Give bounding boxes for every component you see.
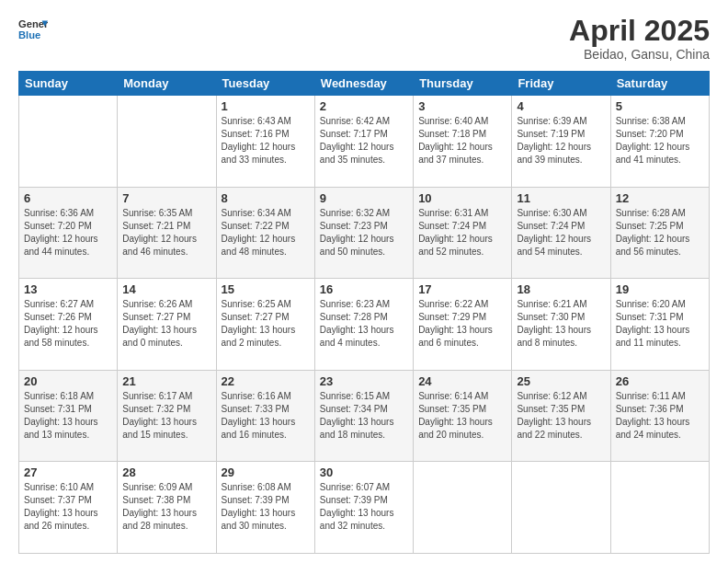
calendar-cell — [414, 462, 512, 554]
day-info: Sunrise: 6:28 AM Sunset: 7:25 PM Dayligh… — [616, 207, 704, 259]
svg-text:General: General — [18, 18, 48, 29]
day-info: Sunrise: 6:08 AM Sunset: 7:39 PM Dayligh… — [222, 481, 310, 533]
calendar-cell: 22Sunrise: 6:16 AM Sunset: 7:33 PM Dayli… — [216, 370, 314, 462]
calendar-week-row: 1Sunrise: 6:43 AM Sunset: 7:16 PM Daylig… — [19, 96, 710, 188]
day-number: 2 — [320, 99, 408, 113]
day-number: 28 — [122, 465, 210, 479]
calendar-cell — [118, 96, 216, 188]
day-info: Sunrise: 6:27 AM Sunset: 7:26 PM Dayligh… — [24, 298, 112, 350]
calendar-cell: 11Sunrise: 6:30 AM Sunset: 7:24 PM Dayli… — [512, 187, 610, 279]
calendar-cell: 29Sunrise: 6:08 AM Sunset: 7:39 PM Dayli… — [216, 462, 314, 554]
calendar-cell: 5Sunrise: 6:38 AM Sunset: 7:20 PM Daylig… — [610, 96, 709, 188]
day-number: 16 — [320, 282, 408, 296]
day-number: 4 — [517, 99, 605, 113]
day-info: Sunrise: 6:10 AM Sunset: 7:37 PM Dayligh… — [24, 481, 112, 533]
day-info: Sunrise: 6:07 AM Sunset: 7:39 PM Dayligh… — [320, 481, 408, 533]
calendar-cell — [512, 462, 610, 554]
day-number: 9 — [320, 191, 408, 205]
day-number: 15 — [222, 282, 310, 296]
calendar-cell: 6Sunrise: 6:36 AM Sunset: 7:20 PM Daylig… — [19, 187, 118, 279]
day-info: Sunrise: 6:21 AM Sunset: 7:30 PM Dayligh… — [517, 298, 605, 350]
calendar-cell: 12Sunrise: 6:28 AM Sunset: 7:25 PM Dayli… — [610, 187, 709, 279]
calendar-cell: 7Sunrise: 6:35 AM Sunset: 7:21 PM Daylig… — [118, 187, 216, 279]
day-info: Sunrise: 6:40 AM Sunset: 7:18 PM Dayligh… — [418, 115, 506, 167]
header: General Blue April 2025 Beidao, Gansu, C… — [18, 15, 710, 62]
calendar-cell: 8Sunrise: 6:34 AM Sunset: 7:22 PM Daylig… — [216, 187, 314, 279]
day-number: 22 — [222, 374, 310, 388]
day-number: 6 — [24, 191, 112, 205]
day-info: Sunrise: 6:11 AM Sunset: 7:36 PM Dayligh… — [616, 390, 704, 442]
calendar-cell: 4Sunrise: 6:39 AM Sunset: 7:19 PM Daylig… — [512, 96, 610, 188]
calendar-cell — [610, 462, 709, 554]
calendar-cell: 27Sunrise: 6:10 AM Sunset: 7:37 PM Dayli… — [19, 462, 118, 554]
day-number: 11 — [517, 191, 605, 205]
day-info: Sunrise: 6:43 AM Sunset: 7:16 PM Dayligh… — [222, 115, 310, 167]
day-number: 17 — [418, 282, 506, 296]
calendar-week-row: 13Sunrise: 6:27 AM Sunset: 7:26 PM Dayli… — [19, 279, 710, 371]
day-number: 3 — [418, 99, 506, 113]
day-info: Sunrise: 6:20 AM Sunset: 7:31 PM Dayligh… — [616, 298, 704, 350]
title-block: April 2025 Beidao, Gansu, China — [569, 15, 710, 62]
day-number: 12 — [616, 191, 704, 205]
day-number: 24 — [418, 374, 506, 388]
day-info: Sunrise: 6:31 AM Sunset: 7:24 PM Dayligh… — [418, 207, 506, 259]
day-info: Sunrise: 6:09 AM Sunset: 7:38 PM Dayligh… — [122, 481, 210, 533]
calendar-cell: 13Sunrise: 6:27 AM Sunset: 7:26 PM Dayli… — [19, 279, 118, 371]
calendar-cell: 25Sunrise: 6:12 AM Sunset: 7:35 PM Dayli… — [512, 370, 610, 462]
calendar-cell: 1Sunrise: 6:43 AM Sunset: 7:16 PM Daylig… — [216, 96, 314, 188]
calendar-cell: 28Sunrise: 6:09 AM Sunset: 7:38 PM Dayli… — [118, 462, 216, 554]
calendar-cell: 20Sunrise: 6:18 AM Sunset: 7:31 PM Dayli… — [19, 370, 118, 462]
logo: General Blue — [18, 15, 48, 44]
calendar-cell: 2Sunrise: 6:42 AM Sunset: 7:17 PM Daylig… — [314, 96, 413, 188]
calendar-table: Sunday Monday Tuesday Wednesday Thursday… — [18, 71, 710, 554]
calendar-header-row: Sunday Monday Tuesday Wednesday Thursday… — [19, 72, 710, 96]
day-number: 25 — [517, 374, 605, 388]
day-number: 10 — [418, 191, 506, 205]
calendar-cell — [19, 96, 118, 188]
day-number: 29 — [222, 465, 310, 479]
day-info: Sunrise: 6:23 AM Sunset: 7:28 PM Dayligh… — [320, 298, 408, 350]
day-number: 23 — [320, 374, 408, 388]
main-title: April 2025 — [569, 15, 710, 47]
calendar-cell: 23Sunrise: 6:15 AM Sunset: 7:34 PM Dayli… — [314, 370, 413, 462]
day-number: 14 — [122, 282, 210, 296]
day-number: 5 — [616, 99, 704, 113]
day-info: Sunrise: 6:30 AM Sunset: 7:24 PM Dayligh… — [517, 207, 605, 259]
day-number: 20 — [24, 374, 112, 388]
day-info: Sunrise: 6:34 AM Sunset: 7:22 PM Dayligh… — [222, 207, 310, 259]
day-info: Sunrise: 6:15 AM Sunset: 7:34 PM Dayligh… — [320, 390, 408, 442]
day-info: Sunrise: 6:36 AM Sunset: 7:20 PM Dayligh… — [24, 207, 112, 259]
calendar-cell: 18Sunrise: 6:21 AM Sunset: 7:30 PM Dayli… — [512, 279, 610, 371]
col-wednesday: Wednesday — [314, 72, 413, 96]
day-info: Sunrise: 6:35 AM Sunset: 7:21 PM Dayligh… — [122, 207, 210, 259]
logo-icon: General Blue — [18, 15, 48, 44]
day-info: Sunrise: 6:16 AM Sunset: 7:33 PM Dayligh… — [222, 390, 310, 442]
calendar-cell: 30Sunrise: 6:07 AM Sunset: 7:39 PM Dayli… — [314, 462, 413, 554]
day-number: 19 — [616, 282, 704, 296]
svg-text:Blue: Blue — [18, 29, 40, 40]
calendar-cell: 19Sunrise: 6:20 AM Sunset: 7:31 PM Dayli… — [610, 279, 709, 371]
calendar-cell: 16Sunrise: 6:23 AM Sunset: 7:28 PM Dayli… — [314, 279, 413, 371]
calendar-cell: 15Sunrise: 6:25 AM Sunset: 7:27 PM Dayli… — [216, 279, 314, 371]
day-info: Sunrise: 6:18 AM Sunset: 7:31 PM Dayligh… — [24, 390, 112, 442]
page: General Blue April 2025 Beidao, Gansu, C… — [0, 0, 728, 563]
col-saturday: Saturday — [610, 72, 709, 96]
calendar-cell: 17Sunrise: 6:22 AM Sunset: 7:29 PM Dayli… — [414, 279, 512, 371]
day-number: 13 — [24, 282, 112, 296]
calendar-week-row: 20Sunrise: 6:18 AM Sunset: 7:31 PM Dayli… — [19, 370, 710, 462]
day-info: Sunrise: 6:22 AM Sunset: 7:29 PM Dayligh… — [418, 298, 506, 350]
day-number: 1 — [222, 99, 310, 113]
day-number: 7 — [122, 191, 210, 205]
col-friday: Friday — [512, 72, 610, 96]
day-info: Sunrise: 6:26 AM Sunset: 7:27 PM Dayligh… — [122, 298, 210, 350]
calendar-cell: 3Sunrise: 6:40 AM Sunset: 7:18 PM Daylig… — [414, 96, 512, 188]
day-number: 21 — [122, 374, 210, 388]
day-number: 30 — [320, 465, 408, 479]
calendar-cell: 26Sunrise: 6:11 AM Sunset: 7:36 PM Dayli… — [610, 370, 709, 462]
calendar-cell: 21Sunrise: 6:17 AM Sunset: 7:32 PM Dayli… — [118, 370, 216, 462]
calendar-week-row: 6Sunrise: 6:36 AM Sunset: 7:20 PM Daylig… — [19, 187, 710, 279]
day-info: Sunrise: 6:42 AM Sunset: 7:17 PM Dayligh… — [320, 115, 408, 167]
col-tuesday: Tuesday — [216, 72, 314, 96]
day-info: Sunrise: 6:17 AM Sunset: 7:32 PM Dayligh… — [122, 390, 210, 442]
calendar-cell: 10Sunrise: 6:31 AM Sunset: 7:24 PM Dayli… — [414, 187, 512, 279]
